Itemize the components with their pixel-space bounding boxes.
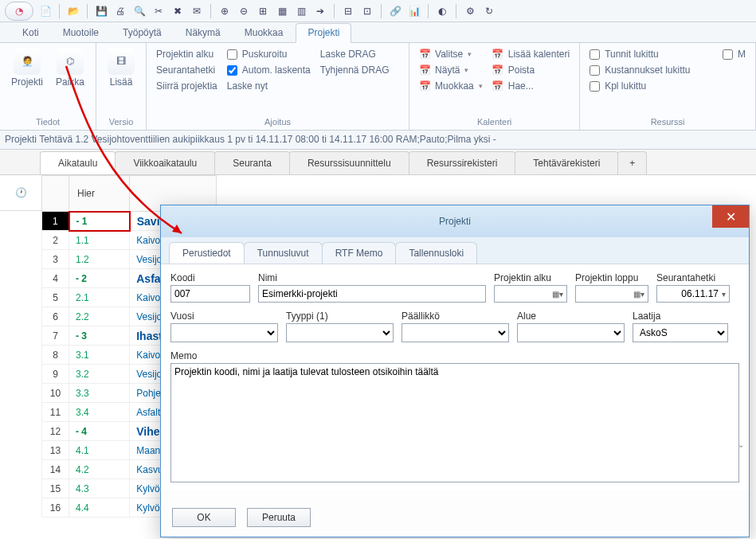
- kpl-lukittu-check[interactable]: Kpl lukittu: [588, 80, 691, 92]
- tab-seuranta[interactable]: Seuranta: [214, 151, 290, 174]
- lisaa-button[interactable]: 🎞 Lisää: [104, 46, 138, 115]
- fit-icon[interactable]: ⊞: [256, 4, 270, 18]
- resurssi-m-check[interactable]: M: [721, 48, 747, 61]
- row-number[interactable]: 13: [42, 441, 69, 460]
- new-icon[interactable]: 📄: [38, 4, 53, 18]
- select-alue[interactable]: [517, 323, 625, 342]
- refresh-icon[interactable]: ↻: [482, 4, 496, 18]
- cell-hier[interactable]: 3.3: [69, 384, 130, 403]
- cell-hier[interactable]: 4.4: [69, 498, 130, 518]
- cell-hier[interactable]: - 2: [69, 269, 130, 288]
- row-number[interactable]: 10: [42, 384, 69, 403]
- toggle-icon[interactable]: ◐: [435, 4, 449, 18]
- exit-icon[interactable]: ➔: [313, 4, 327, 18]
- tab-tyopoyta[interactable]: Työpöytä: [112, 24, 173, 42]
- config-icon[interactable]: ⚙: [463, 4, 477, 18]
- tunnit-lukittu-check[interactable]: Tunnit lukittu: [588, 48, 691, 61]
- scroll-indicator[interactable]: ⌄: [738, 440, 744, 449]
- save-icon[interactable]: 💾: [94, 4, 108, 18]
- preview-icon[interactable]: 🔍: [132, 4, 147, 18]
- row-number[interactable]: 3: [42, 250, 69, 269]
- paikka-button[interactable]: ⌬ Paikka: [53, 46, 88, 115]
- dtab-tallennusloki[interactable]: Tallennusloki: [395, 242, 477, 264]
- input-alku[interactable]: ▦▾: [494, 285, 567, 303]
- cell-hier[interactable]: 4.2: [69, 460, 130, 479]
- cell-hier[interactable]: 3.1: [69, 346, 130, 365]
- row-number[interactable]: 6: [42, 307, 69, 326]
- row-number[interactable]: 9: [42, 365, 69, 384]
- row-number[interactable]: 12: [42, 422, 69, 441]
- tab-resurssirekisteri[interactable]: Resurssirekisteri: [409, 151, 516, 174]
- kustannukset-lukittu-check[interactable]: Kustannukset lukittu: [588, 64, 691, 76]
- zoom-in-icon[interactable]: ⊕: [217, 4, 232, 18]
- select-vuosi[interactable]: [170, 323, 278, 342]
- cell-hier[interactable]: - 4: [69, 422, 130, 441]
- puskuroitu-check[interactable]: Puskuroitu: [225, 48, 312, 61]
- tyhjenna-drag-item[interactable]: Tyhjennä DRAG: [319, 64, 391, 76]
- delete-icon[interactable]: ✖: [170, 4, 185, 18]
- cut-icon[interactable]: ✂: [151, 4, 166, 18]
- tab-muokkaa[interactable]: Muokkaa: [233, 24, 295, 42]
- cell-hier[interactable]: - 1: [69, 212, 130, 231]
- tab-resurssisuunnittelu[interactable]: Resurssisuunnittelu: [289, 151, 409, 174]
- siirra-projektia-item[interactable]: Siirrä projektia: [155, 80, 219, 92]
- cell-hier[interactable]: 3.2: [69, 365, 130, 384]
- dialog-titlebar[interactable]: Projekti ✕: [161, 205, 749, 237]
- tab-add[interactable]: +: [617, 151, 647, 174]
- input-nimi[interactable]: [258, 285, 486, 303]
- textarea-memo[interactable]: Projektin koodi, nimi ja laatija tulevat…: [170, 363, 739, 482]
- col-hier[interactable]: Hier: [69, 176, 130, 212]
- tab-aikataulu[interactable]: Aikataulu: [40, 151, 116, 174]
- lisaa-kalenteri-item[interactable]: 📅Lisää kalenteri: [491, 48, 571, 61]
- select-laatija[interactable]: AskoS: [633, 323, 728, 342]
- projekti-button[interactable]: 🧑‍💼 Projekti: [8, 46, 46, 115]
- cell-hier[interactable]: 2.2: [69, 307, 130, 326]
- laske-drag-item[interactable]: Laske DRAG: [319, 48, 391, 61]
- cell-hier[interactable]: - 3: [69, 326, 130, 346]
- mail-icon[interactable]: ✉: [190, 4, 204, 18]
- row-number[interactable]: 16: [42, 498, 69, 518]
- link-icon[interactable]: 🔗: [388, 4, 402, 18]
- tab-koti[interactable]: Koti: [11, 24, 50, 42]
- input-koodi[interactable]: [170, 285, 250, 303]
- autom-laskenta-check[interactable]: Autom. laskenta: [225, 64, 312, 76]
- input-loppu[interactable]: ▦▾: [575, 285, 648, 303]
- tab-muotoile[interactable]: Muotoile: [52, 24, 110, 42]
- row-number[interactable]: 11: [42, 403, 69, 422]
- seurantahetki-item[interactable]: Seurantahetki: [155, 64, 219, 76]
- select-tyyppi[interactable]: [286, 323, 394, 342]
- cell-hier[interactable]: 3.4: [69, 403, 130, 422]
- print-icon[interactable]: 🖨: [113, 4, 127, 18]
- open-icon[interactable]: 📂: [66, 4, 80, 18]
- row-number[interactable]: 5: [42, 288, 69, 307]
- poista-item[interactable]: 📅Poista: [491, 64, 571, 76]
- app-orb[interactable]: ◔: [5, 2, 33, 21]
- row-number[interactable]: 8: [42, 346, 69, 365]
- projektin-alku-item[interactable]: Projektin alku: [155, 48, 219, 61]
- dtab-tunnusluvut[interactable]: Tunnusluvut: [244, 242, 323, 264]
- grid-icon[interactable]: ▦: [275, 4, 289, 18]
- cell-hier[interactable]: 1.1: [69, 231, 130, 250]
- chart-icon[interactable]: 📊: [407, 4, 421, 18]
- valitse-item[interactable]: 📅Valitse: [417, 48, 484, 61]
- hae-item[interactable]: 📅Hae...: [491, 80, 571, 92]
- row-number[interactable]: 4: [42, 269, 69, 288]
- cell-hier[interactable]: 4.3: [69, 479, 130, 498]
- cell-hier[interactable]: 1.2: [69, 250, 130, 269]
- muokkaa-item[interactable]: 📅Muokkaa: [417, 80, 484, 92]
- row-number[interactable]: 2: [42, 231, 69, 250]
- row-number[interactable]: 1: [42, 212, 69, 231]
- close-button[interactable]: ✕: [712, 205, 749, 228]
- zoom-out-icon[interactable]: ⊖: [237, 4, 251, 18]
- input-seur[interactable]: 06.11.17▾: [656, 285, 730, 303]
- row-number[interactable]: 15: [42, 479, 69, 498]
- ok-button[interactable]: OK: [172, 508, 236, 527]
- collapse-icon[interactable]: ⊡: [360, 4, 374, 18]
- dtab-perustiedot[interactable]: Perustiedot: [169, 242, 245, 264]
- tab-tehtavarekisteri[interactable]: Tehtävärekisteri: [515, 151, 618, 174]
- tab-viikkoaikataulu[interactable]: Viikkoaikataulu: [115, 151, 215, 174]
- columns-icon[interactable]: ▥: [294, 4, 308, 18]
- nayta-item[interactable]: 📅Näytä: [417, 64, 484, 76]
- row-number[interactable]: 14: [42, 460, 69, 479]
- cell-hier[interactable]: 2.1: [69, 288, 130, 307]
